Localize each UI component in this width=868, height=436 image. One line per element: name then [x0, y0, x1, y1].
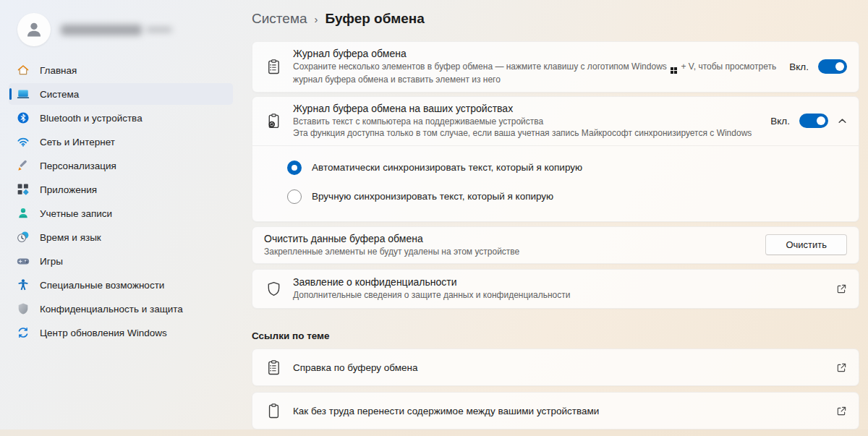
history-toggle-label: Вкл.	[789, 61, 809, 72]
sidebar-item-label: Время и язык	[40, 232, 101, 243]
breadcrumb-separator: ›	[315, 12, 318, 25]
settings-sidebar: Главная Система Bluetooth и устройства С…	[0, 0, 240, 436]
games-icon	[16, 255, 30, 268]
breadcrumb: Система › Буфер обмена	[252, 0, 859, 29]
clipboard-history-card: Журнал буфера обмена Сохраните несколько…	[252, 41, 859, 93]
clear-button[interactable]: Очистить	[765, 234, 847, 255]
sidebar-nav: Главная Система Bluetooth и устройства С…	[0, 59, 240, 343]
sidebar-item-label: Конфиденциальность и защита	[40, 304, 183, 315]
avatar	[17, 13, 51, 46]
clipboard-list-icon	[264, 359, 283, 376]
time-language-icon	[16, 231, 30, 244]
sync-title: Журнал буфера обмена на ваших устройства…	[293, 103, 757, 114]
sidebar-item-label: Персонализация	[40, 161, 116, 171]
settings-content: Система › Буфер обмена Журнал буфера обм…	[252, 0, 859, 429]
privacy-shield-icon	[16, 302, 30, 316]
sidebar-item-accessibility[interactable]: Специальные возможности	[9, 274, 233, 296]
privacy-statement-card[interactable]: Заявление о конфиденциальности Дополните…	[252, 269, 859, 309]
clipboard-icon	[264, 403, 283, 419]
privacy-description: Дополнительные сведения о защите данных …	[293, 289, 836, 302]
accounts-icon	[16, 207, 30, 221]
sidebar-item-bluetooth[interactable]: Bluetooth и устройства	[9, 107, 233, 129]
sidebar-item-home[interactable]: Главная	[9, 59, 233, 81]
sync-options: Автоматически синхронизировать текст, ко…	[252, 145, 859, 221]
option-label: Автоматически синхронизировать текст, ко…	[312, 162, 582, 173]
sync-note: Эта функция доступна только в том случае…	[293, 127, 757, 140]
page-title: Буфер обмена	[326, 11, 425, 27]
network-icon	[16, 135, 30, 149]
sync-option-manual[interactable]: Вручную синхронизировать текст, который …	[287, 182, 847, 211]
sidebar-item-label: Специальные возможности	[40, 280, 164, 291]
system-icon	[16, 87, 30, 101]
sidebar-item-network[interactable]: Сеть и Интернет	[9, 131, 233, 153]
transfer-content-link-card[interactable]: Как без труда перенести содержимое между…	[252, 392, 859, 429]
sidebar-item-label: Главная	[40, 65, 77, 76]
clipboard-sync-icon	[264, 113, 283, 129]
external-link-icon[interactable]	[836, 362, 847, 373]
radio-unselected-icon[interactable]	[287, 189, 302, 204]
history-title: Журнал буфера обмена	[293, 48, 776, 59]
bluetooth-icon	[16, 111, 30, 125]
related-links-heading: Ссылки по теме	[252, 330, 859, 341]
sidebar-item-label: Сеть и Интернет	[40, 137, 115, 148]
link-label: Как без труда перенести содержимое между…	[293, 406, 836, 416]
clipboard-sync-card: Журнал буфера обмена на ваших устройства…	[252, 96, 859, 222]
sidebar-item-system[interactable]: Система	[9, 83, 233, 105]
clipboard-list-icon	[264, 59, 283, 75]
sync-description: Вставить текст с компьютера на поддержив…	[293, 116, 757, 128]
clipboard-help-link-card[interactable]: Справка по буферу обмена	[252, 349, 859, 386]
sidebar-item-label: Приложения	[40, 184, 97, 195]
history-toggle[interactable]	[818, 59, 847, 74]
sync-toggle[interactable]	[799, 114, 828, 128]
sync-option-automatic[interactable]: Автоматически синхронизировать текст, ко…	[287, 153, 847, 182]
clear-clipboard-card: Очистить данные буфера обмена Закрепленн…	[252, 226, 859, 265]
breadcrumb-system-link[interactable]: Система	[252, 11, 307, 27]
clear-title: Очистить данные буфера обмена	[264, 233, 752, 244]
external-link-icon[interactable]	[836, 406, 847, 416]
home-icon	[16, 64, 30, 77]
sidebar-item-label: Игры	[40, 256, 63, 267]
shield-outline-icon	[264, 281, 283, 297]
sidebar-item-accounts[interactable]: Учетные записи	[9, 202, 233, 224]
accessibility-icon	[16, 278, 30, 292]
history-description: Сохраните несколько элементов в буфер об…	[293, 61, 776, 86]
person-icon	[23, 19, 45, 40]
sync-toggle-label: Вкл.	[770, 116, 790, 127]
sidebar-item-label: Центр обновления Windows	[40, 328, 167, 338]
privacy-title: Заявление о конфиденциальности	[293, 276, 836, 288]
sidebar-item-label: Учетные записи	[40, 208, 112, 219]
sidebar-item-label: Система	[40, 89, 79, 100]
sidebar-item-label: Bluetooth и устройства	[40, 113, 142, 124]
sidebar-item-time-language[interactable]: Время и язык	[9, 226, 233, 248]
user-profile[interactable]	[0, 0, 240, 51]
sidebar-item-gaming[interactable]: Игры	[9, 250, 233, 272]
windows-update-icon	[16, 326, 30, 340]
apps-icon	[16, 183, 30, 197]
external-link-icon[interactable]	[836, 283, 847, 294]
radio-selected-icon[interactable]	[287, 161, 302, 175]
clear-description: Закрепленные элементы не будут удалены н…	[264, 246, 752, 258]
link-label: Справка по буферу обмена	[293, 362, 836, 373]
personalization-icon	[16, 159, 30, 173]
sidebar-item-privacy[interactable]: Конфиденциальность и защита	[9, 298, 233, 320]
user-name-redacted	[61, 25, 172, 35]
chevron-up-icon[interactable]	[838, 116, 847, 126]
sync-expander-header[interactable]: Журнал буфера обмена на ваших устройства…	[252, 97, 859, 145]
sidebar-item-personalization[interactable]: Персонализация	[9, 155, 233, 176]
sidebar-item-apps[interactable]: Приложения	[9, 179, 233, 200]
sidebar-item-windows-update[interactable]: Центр обновления Windows	[9, 322, 233, 343]
option-label: Вручную синхронизировать текст, который …	[312, 191, 553, 202]
windows-logo-icon	[671, 67, 677, 74]
